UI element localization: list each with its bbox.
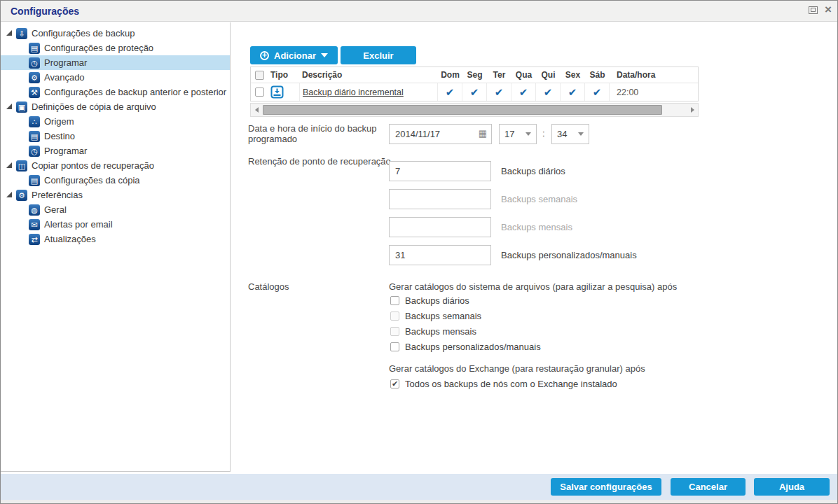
table-header-row: Tipo Descrição Dom Seg Ter Qua Qui Sex S… xyxy=(251,67,698,83)
retention-daily-input[interactable] xyxy=(389,161,491,181)
schedule-table: Tipo Descrição Dom Seg Ter Qua Qui Sex S… xyxy=(250,66,699,117)
sidebar-item-origem[interactable]: ∴ Origem xyxy=(1,114,230,129)
source-icon: ∴ xyxy=(29,116,40,127)
tree-expander-icon[interactable] xyxy=(6,30,13,36)
retention-label: Retenção de ponto de recuperação xyxy=(248,156,391,167)
sidebar-item-copiar-pontos-recuperacao[interactable]: ◫ Copiar pontos de recuperação xyxy=(1,158,230,173)
catalog-option-weekly: Backups semanais xyxy=(390,311,481,321)
sidebar-item-alertas-por-email[interactable]: ✉ Alertas por email xyxy=(1,217,230,232)
horizontal-scrollbar[interactable] xyxy=(250,103,699,117)
catalog-option-exchange: ✔ Todos os backups de nós com o Exchange… xyxy=(390,379,617,389)
calendar-icon[interactable]: ▦ xyxy=(479,129,487,138)
sidebar-item-preferencias[interactable]: ⚙ Preferências xyxy=(1,188,230,202)
day-check-qui: ✔ xyxy=(544,86,553,99)
email-icon: ✉ xyxy=(29,219,40,230)
pre-post-wrench-icon: ⚒ xyxy=(29,87,40,98)
schedule-icon: ◷ xyxy=(29,146,40,157)
column-header-ter: Ter xyxy=(487,67,511,83)
column-header-datahora: Data/hora xyxy=(610,67,698,83)
daily-catalog-checkbox[interactable] xyxy=(390,296,399,305)
delete-button[interactable]: Excluir xyxy=(341,46,416,64)
day-check-ter: ✔ xyxy=(495,86,504,99)
retention-weekly-label: Backups semanais xyxy=(501,194,577,204)
day-check-sex: ✔ xyxy=(568,86,577,99)
copy-settings-icon: ▤ xyxy=(29,175,40,186)
add-button[interactable]: + Adicionar xyxy=(250,46,338,64)
retention-custom-input[interactable] xyxy=(389,245,491,265)
column-header-descricao: Descrição xyxy=(299,67,438,83)
settings-window: Configurações × ⇩ Configurações de backu… xyxy=(0,0,838,504)
weekly-catalog-checkbox xyxy=(390,312,399,321)
chevron-down-icon xyxy=(578,132,584,136)
sidebar-item-configuracoes-de-protecao[interactable]: ▤ Configurações de proteção xyxy=(1,41,230,55)
column-header-qui: Qui xyxy=(536,67,561,83)
exchange-catalog-checkbox[interactable]: ✔ xyxy=(390,379,399,388)
scroll-right-icon[interactable] xyxy=(687,104,698,116)
advanced-gears-icon: ⚙ xyxy=(29,72,40,83)
row-checkbox[interactable] xyxy=(255,88,264,97)
start-datetime-label: Data e hora de início do backup programa… xyxy=(248,123,388,144)
start-date-field-wrap: ▦ xyxy=(389,124,492,144)
exchange-catalogs-heading: Gerar catálogos do Exchange (para restau… xyxy=(389,363,645,374)
settings-tree: ⇩ Configurações de backup ▤ Configuraçõe… xyxy=(1,22,231,472)
sidebar-item-destino[interactable]: ▤ Destino xyxy=(1,129,230,144)
destination-icon: ▤ xyxy=(29,131,40,142)
custom-catalog-checkbox[interactable] xyxy=(390,342,399,351)
column-header-sab: Sáb xyxy=(585,67,610,83)
tree-expander-icon[interactable] xyxy=(6,104,13,110)
sidebar-item-programar-backup[interactable]: ◷ Programar xyxy=(1,55,230,70)
help-button[interactable]: Ajuda xyxy=(754,478,830,496)
catalog-option-custom: Backups personalizados/manuais xyxy=(390,342,541,352)
select-all-checkbox[interactable] xyxy=(255,71,264,80)
retention-monthly-input xyxy=(389,217,491,237)
save-settings-button[interactable]: Salvar configurações xyxy=(551,478,661,496)
copy-recovery-points-icon: ◫ xyxy=(16,160,27,172)
sidebar-item-programar-copia[interactable]: ◷ Programar xyxy=(1,144,230,158)
updates-icon: ⇄ xyxy=(29,234,40,245)
retention-custom-label: Backups personalizados/manuais xyxy=(501,250,637,260)
retention-daily-label: Backups diários xyxy=(501,166,565,176)
preferences-gear-icon: ⚙ xyxy=(16,190,27,201)
scroll-left-icon[interactable] xyxy=(251,104,262,116)
start-date-input[interactable] xyxy=(389,124,492,144)
catalogs-label: Catálogos xyxy=(248,281,289,292)
retention-monthly-label: Backups mensais xyxy=(501,222,572,232)
add-plus-icon: + xyxy=(260,51,269,60)
column-header-sex: Sex xyxy=(561,67,585,83)
start-minute-select[interactable]: 34 xyxy=(551,124,589,144)
sidebar-item-avancado[interactable]: ⚙ Avançado xyxy=(1,70,230,85)
scrollbar-thumb[interactable] xyxy=(263,105,662,115)
sidebar-item-configuracoes-de-backup[interactable]: ⇩ Configurações de backup xyxy=(1,26,230,41)
protection-settings-icon: ▤ xyxy=(29,43,40,54)
close-icon[interactable]: × xyxy=(825,5,832,15)
filesystem-catalogs-heading: Gerar catálogos do sistema de arquivos (… xyxy=(389,281,677,292)
monthly-catalog-checkbox xyxy=(390,327,399,336)
schedule-description-link[interactable]: Backup diário incremental xyxy=(303,88,404,97)
tree-expander-icon[interactable] xyxy=(6,192,13,198)
tree-expander-icon[interactable] xyxy=(6,162,13,169)
restore-window-icon[interactable] xyxy=(809,6,818,14)
sidebar-item-backup-anterior-posterior[interactable]: ⚒ Configurações de backup anterior e pos… xyxy=(1,85,230,99)
sidebar-item-geral[interactable]: ◍ Geral xyxy=(1,202,230,217)
chevron-down-icon xyxy=(321,53,328,57)
title-bar: Configurações × xyxy=(1,1,837,22)
day-check-dom: ✔ xyxy=(446,86,455,99)
chevron-down-icon xyxy=(526,132,531,136)
sidebar-item-atualizacoes[interactable]: ⇄ Atualizações xyxy=(1,232,230,246)
table-row: Backup diário incremental ✔ ✔ ✔ ✔ ✔ ✔ ✔ … xyxy=(251,83,698,101)
schedule-time: 22:00 xyxy=(617,88,638,97)
sidebar-item-configuracoes-da-copia[interactable]: ▤ Configurações da cópia xyxy=(1,173,230,188)
cancel-button[interactable]: Cancelar xyxy=(671,478,746,496)
start-hour-select[interactable]: 17 xyxy=(499,124,537,144)
column-header-seg: Seg xyxy=(462,67,487,83)
backup-type-icon xyxy=(270,85,284,99)
sidebar-item-definicoes-copia-arquivo[interactable]: ▣ Definições de cópia de arquivo xyxy=(1,99,230,114)
time-colon: : xyxy=(542,128,545,139)
schedule-settings-panel: + Adicionar Excluir Tipo Descrição Dom S… xyxy=(231,22,837,472)
column-header-tipo: Tipo xyxy=(268,70,299,80)
day-check-qua: ✔ xyxy=(519,86,528,99)
retention-weekly-input xyxy=(389,189,491,209)
footer-bar: Salvar configurações Cancelar Ajuda xyxy=(1,474,837,500)
column-header-dom: Dom xyxy=(438,67,462,83)
file-copy-icon: ▣ xyxy=(16,102,27,113)
